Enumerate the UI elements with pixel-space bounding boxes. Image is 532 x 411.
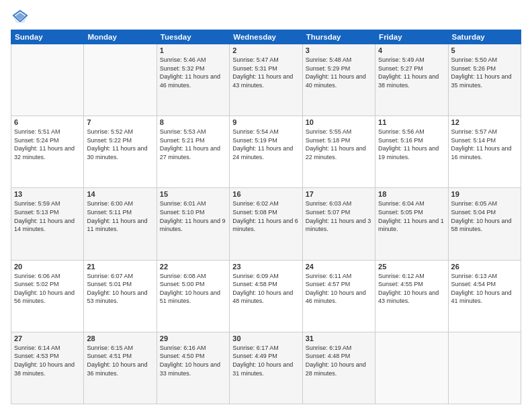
day-number: 24 [306,263,372,271]
calendar-cell: 4Sunrise: 5:49 AMSunset: 5:27 PMDaylight… [375,44,448,116]
day-number: 11 [378,118,445,126]
calendar-cell [448,332,521,404]
day-number: 28 [87,334,153,342]
day-info: Sunrise: 6:15 AMSunset: 4:51 PMDaylight:… [87,344,153,377]
day-info: Sunrise: 6:12 AMSunset: 4:55 PMDaylight:… [378,272,445,306]
day-number: 8 [160,118,226,126]
day-info: Sunrise: 6:14 AMSunset: 4:53 PMDaylight:… [14,344,81,377]
calendar-cell [11,44,84,116]
day-info: Sunrise: 5:53 AMSunset: 5:21 PMDaylight:… [160,128,226,161]
day-number: 15 [160,190,226,198]
calendar-cell: 3Sunrise: 5:48 AMSunset: 5:29 PMDaylight… [302,44,375,116]
day-number: 14 [87,190,153,198]
day-number: 26 [451,263,518,271]
weekday-header: Thursday [302,30,375,44]
weekday-header: Wednesday [230,30,302,44]
calendar-cell: 31Sunrise: 6:19 AMSunset: 4:48 PMDayligh… [302,332,375,404]
day-number: 22 [160,263,226,271]
day-number: 6 [14,118,81,126]
page: SundayMondayTuesdayWednesdayThursdayFrid… [0,0,532,411]
weekday-header: Sunday [11,30,84,44]
calendar-week-row: 20Sunrise: 6:06 AMSunset: 5:02 PMDayligh… [11,260,521,332]
calendar-cell: 21Sunrise: 6:07 AMSunset: 5:01 PMDayligh… [84,260,157,332]
logo-icon [11,8,30,24]
day-number: 12 [451,118,518,126]
day-info: Sunrise: 5:52 AMSunset: 5:22 PMDaylight:… [87,128,153,161]
calendar-cell: 8Sunrise: 5:53 AMSunset: 5:21 PMDaylight… [157,116,229,188]
calendar-cell: 27Sunrise: 6:14 AMSunset: 4:53 PMDayligh… [11,332,84,404]
day-info: Sunrise: 6:09 AMSunset: 4:58 PMDaylight:… [232,272,299,306]
day-info: Sunrise: 6:06 AMSunset: 5:02 PMDaylight:… [14,272,81,306]
day-info: Sunrise: 5:46 AMSunset: 5:32 PMDaylight:… [160,56,226,89]
day-number: 30 [232,334,299,342]
day-info: Sunrise: 6:00 AMSunset: 5:11 PMDaylight:… [87,199,153,233]
day-info: Sunrise: 5:50 AMSunset: 5:26 PMDaylight:… [451,56,518,89]
calendar-cell: 16Sunrise: 6:02 AMSunset: 5:08 PMDayligh… [230,188,302,260]
day-info: Sunrise: 5:54 AMSunset: 5:19 PMDaylight:… [232,128,299,161]
calendar-cell: 30Sunrise: 6:17 AMSunset: 4:49 PMDayligh… [230,332,302,404]
day-info: Sunrise: 5:57 AMSunset: 5:14 PMDaylight:… [451,128,518,161]
day-number: 16 [232,190,299,198]
calendar-cell: 5Sunrise: 5:50 AMSunset: 5:26 PMDaylight… [448,44,521,116]
calendar-cell: 28Sunrise: 6:15 AMSunset: 4:51 PMDayligh… [84,332,157,404]
calendar-cell: 13Sunrise: 5:59 AMSunset: 5:13 PMDayligh… [11,188,84,260]
day-number: 21 [87,263,153,271]
day-info: Sunrise: 6:07 AMSunset: 5:01 PMDaylight:… [87,272,153,306]
calendar-cell: 6Sunrise: 5:51 AMSunset: 5:24 PMDaylight… [11,116,84,188]
weekday-header: Tuesday [157,30,229,44]
calendar-cell: 11Sunrise: 5:56 AMSunset: 5:16 PMDayligh… [375,116,448,188]
calendar-cell: 18Sunrise: 6:04 AMSunset: 5:05 PMDayligh… [375,188,448,260]
day-info: Sunrise: 5:56 AMSunset: 5:16 PMDaylight:… [378,128,445,161]
day-number: 1 [160,46,226,54]
day-info: Sunrise: 5:49 AMSunset: 5:27 PMDaylight:… [378,56,445,89]
calendar-cell: 15Sunrise: 6:01 AMSunset: 5:10 PMDayligh… [157,188,229,260]
day-number: 4 [378,46,445,54]
day-info: Sunrise: 5:51 AMSunset: 5:24 PMDaylight:… [14,128,81,161]
day-info: Sunrise: 5:47 AMSunset: 5:31 PMDaylight:… [232,56,299,89]
calendar-cell: 25Sunrise: 6:12 AMSunset: 4:55 PMDayligh… [375,260,448,332]
calendar-week-row: 6Sunrise: 5:51 AMSunset: 5:24 PMDaylight… [11,116,521,188]
weekday-header-row: SundayMondayTuesdayWednesdayThursdayFrid… [11,30,521,44]
day-number: 20 [14,263,81,271]
day-info: Sunrise: 6:16 AMSunset: 4:50 PMDaylight:… [160,344,226,377]
day-info: Sunrise: 6:05 AMSunset: 5:04 PMDaylight:… [451,199,518,233]
calendar-week-row: 27Sunrise: 6:14 AMSunset: 4:53 PMDayligh… [11,332,521,404]
calendar-cell: 12Sunrise: 5:57 AMSunset: 5:14 PMDayligh… [448,116,521,188]
calendar-cell: 23Sunrise: 6:09 AMSunset: 4:58 PMDayligh… [230,260,302,332]
calendar-cell: 17Sunrise: 6:03 AMSunset: 5:07 PMDayligh… [302,188,375,260]
day-number: 29 [160,334,226,342]
day-number: 23 [232,263,299,271]
day-info: Sunrise: 6:01 AMSunset: 5:10 PMDaylight:… [160,199,226,233]
day-number: 2 [232,46,299,54]
calendar-cell: 20Sunrise: 6:06 AMSunset: 5:02 PMDayligh… [11,260,84,332]
weekday-header: Friday [375,30,448,44]
day-number: 5 [451,46,518,54]
calendar-week-row: 1Sunrise: 5:46 AMSunset: 5:32 PMDaylight… [11,44,521,116]
calendar-cell: 2Sunrise: 5:47 AMSunset: 5:31 PMDaylight… [230,44,302,116]
day-number: 17 [306,190,372,198]
calendar-cell: 26Sunrise: 6:13 AMSunset: 4:54 PMDayligh… [448,260,521,332]
day-info: Sunrise: 6:11 AMSunset: 4:57 PMDaylight:… [306,272,372,306]
day-number: 27 [14,334,81,342]
day-info: Sunrise: 6:19 AMSunset: 4:48 PMDaylight:… [306,344,372,377]
day-info: Sunrise: 6:04 AMSunset: 5:05 PMDaylight:… [378,199,445,233]
calendar-cell: 22Sunrise: 6:08 AMSunset: 5:00 PMDayligh… [157,260,229,332]
calendar-cell: 9Sunrise: 5:54 AMSunset: 5:19 PMDaylight… [230,116,302,188]
day-info: Sunrise: 6:13 AMSunset: 4:54 PMDaylight:… [451,272,518,306]
calendar-cell [84,44,157,116]
calendar-cell: 7Sunrise: 5:52 AMSunset: 5:22 PMDaylight… [84,116,157,188]
day-number: 10 [306,118,372,126]
day-info: Sunrise: 5:48 AMSunset: 5:29 PMDaylight:… [306,56,372,89]
day-number: 7 [87,118,153,126]
calendar-cell: 24Sunrise: 6:11 AMSunset: 4:57 PMDayligh… [302,260,375,332]
day-info: Sunrise: 6:08 AMSunset: 5:00 PMDaylight:… [160,272,226,306]
calendar-week-row: 13Sunrise: 5:59 AMSunset: 5:13 PMDayligh… [11,188,521,260]
calendar-cell [375,332,448,404]
day-number: 18 [378,190,445,198]
day-number: 31 [306,334,372,342]
day-number: 19 [451,190,518,198]
calendar-cell: 10Sunrise: 5:55 AMSunset: 5:18 PMDayligh… [302,116,375,188]
day-info: Sunrise: 5:59 AMSunset: 5:13 PMDaylight:… [14,199,81,233]
weekday-header: Saturday [448,30,521,44]
day-number: 25 [378,263,445,271]
